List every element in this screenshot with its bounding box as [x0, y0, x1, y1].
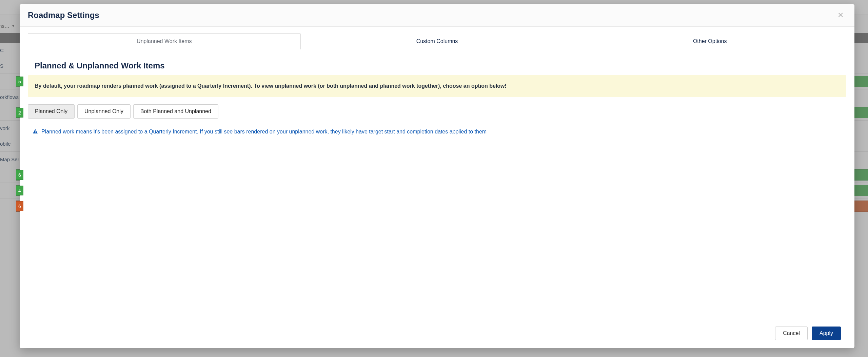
info-note-text: Planned work means it's been assigned to… — [41, 128, 487, 135]
bg-row-badge: 4 — [16, 186, 23, 195]
modal-body: Unplanned Work ItemsCustom ColumnsOther … — [20, 27, 854, 320]
tabs: Unplanned Work ItemsCustom ColumnsOther … — [28, 33, 846, 49]
warning-icon — [33, 129, 38, 134]
modal-footer: Cancel Apply — [20, 320, 854, 348]
bg-row-badge: 5 — [16, 77, 23, 86]
apply-button[interactable]: Apply — [812, 327, 841, 340]
svg-rect-1 — [35, 132, 36, 133]
tab-custom-columns[interactable]: Custom Columns — [301, 33, 574, 49]
svg-rect-0 — [35, 130, 36, 132]
roadmap-settings-modal: Roadmap Settings ✕ Unplanned Work ItemsC… — [20, 4, 854, 348]
bg-row-badge: 6 — [16, 170, 23, 180]
toggle-unplanned-only[interactable]: Unplanned Only — [77, 104, 131, 119]
bg-row-badge: 6 — [16, 201, 23, 211]
cancel-button[interactable]: Cancel — [775, 327, 808, 340]
tab-other-options[interactable]: Other Options — [573, 33, 846, 49]
modal-header: Roadmap Settings ✕ — [20, 4, 854, 27]
section-heading: Planned & Unplanned Work Items — [28, 61, 846, 70]
toggle-both-planned-and-unplanned[interactable]: Both Planned and Unplanned — [133, 104, 218, 119]
info-banner: By default, your roadmap renders planned… — [28, 75, 846, 97]
toggle-planned-only[interactable]: Planned Only — [28, 104, 75, 119]
tab-unplanned-work-items[interactable]: Unplanned Work Items — [28, 33, 301, 49]
close-icon: ✕ — [837, 11, 844, 19]
info-note: Planned work means it's been assigned to… — [33, 128, 846, 135]
close-button[interactable]: ✕ — [835, 10, 846, 20]
bg-row-badge: 2 — [16, 108, 23, 118]
modal-title: Roadmap Settings — [28, 10, 99, 20]
plan-filter-toggle-group: Planned OnlyUnplanned OnlyBoth Planned a… — [28, 104, 846, 119]
